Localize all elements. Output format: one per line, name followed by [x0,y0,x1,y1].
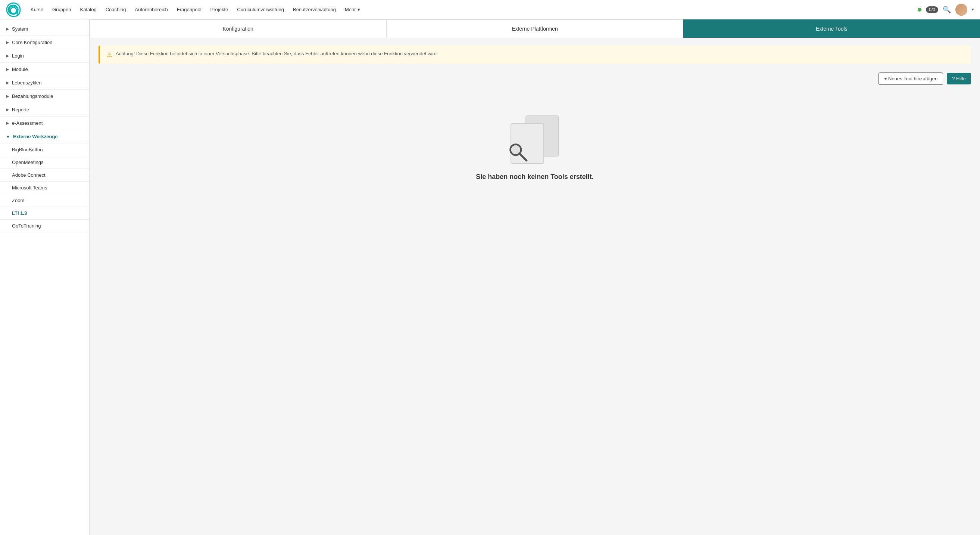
help-button[interactable]: ? Hilfe [947,73,971,85]
sidebar-item-externe-werkzeuge[interactable]: ▼ Externe Werkzeuge [0,130,89,144]
empty-state-text: Sie haben noch keinen Tools erstellt. [476,173,594,181]
sidebar-sub-item-lti-13[interactable]: LTI 1.3 [0,207,89,220]
sidebar-item-module[interactable]: ▶ Module [0,63,89,76]
arrow-icon: ▶ [6,94,9,99]
nav-mehr[interactable]: Mehr ▾ [341,5,364,14]
svg-line-2 [519,153,527,161]
tab-externe-plattformen[interactable]: Externe Plattformen [386,19,683,38]
chevron-down-icon: ▾ [358,7,360,12]
warning-icon: ⚠ [107,51,112,58]
sidebar-sub-item-openmeetings[interactable]: OpenMeetings [0,156,89,169]
user-dropdown-icon[interactable]: ▾ [972,7,974,12]
app-body: ▶ System ▶ Core Konfiguration ▶ Login ▶ … [0,19,980,535]
sidebar-sub-item-bigbluebutton[interactable]: BigBlueButton [0,144,89,156]
nav-kurse[interactable]: Kurse [27,5,47,14]
add-tool-button[interactable]: + Neues Tool hinzufügen [878,72,943,85]
main-content: Konfiguration Externe Plattformen Extern… [89,19,980,535]
tab-externe-tools[interactable]: Externe Tools [683,19,980,38]
nav-gruppen[interactable]: Gruppen [49,5,75,14]
tabs-bar: Konfiguration Externe Plattformen Extern… [89,19,980,38]
arrow-icon: ▶ [6,107,9,112]
search-icon[interactable]: 🔍 [943,6,951,14]
actions-bar: + Neues Tool hinzufügen ? Hilfe [99,72,971,85]
tab-konfiguration[interactable]: Konfiguration [89,19,386,38]
sidebar-sub-item-adobe-connect[interactable]: Adobe Connect [0,169,89,182]
sidebar-item-lebenszyklen[interactable]: ▶ Lebenszyklen [0,76,89,89]
content-area: ⚠ Achtung! Diese Funktion befindet sich … [89,38,980,203]
magnify-icon [508,142,528,163]
empty-state-icon [507,112,563,164]
nav-right: 0/0 🔍 ▾ [918,4,974,16]
arrow-icon: ▶ [6,27,9,31]
sidebar-item-core-konfiguration[interactable]: ▶ Core Konfiguration [0,36,89,50]
nav-autorenbereich[interactable]: Autorenbereich [131,5,172,14]
sidebar-sub-item-microsoft-teams[interactable]: Microsoft Teams [0,182,89,194]
sidebar: ▶ System ▶ Core Konfiguration ▶ Login ▶ … [0,19,89,535]
empty-state: Sie haben noch keinen Tools erstellt. [99,97,971,196]
sidebar-sub-item-zoom[interactable]: Zoom [0,194,89,207]
top-navigation: Kurse Gruppen Katalog Coaching Autorenbe… [0,0,980,19]
nav-curriculumverwaltung[interactable]: Curriculumverwaltung [233,5,288,14]
arrow-icon: ▶ [6,80,9,85]
arrow-icon: ▶ [6,67,9,72]
avatar[interactable] [955,4,967,16]
nav-benutzerverwaltung[interactable]: Benutzerverwaltung [289,5,340,14]
arrow-icon: ▶ [6,40,9,45]
sidebar-item-reporte[interactable]: ▶ Reporte [0,103,89,117]
arrow-icon: ▶ [6,121,9,126]
nav-projekte[interactable]: Projekte [207,5,232,14]
status-indicator [918,8,921,11]
nav-fragenpool[interactable]: Fragenpool [173,5,205,14]
nav-coaching[interactable]: Coaching [102,5,130,14]
sidebar-sub-item-gototraining[interactable]: GoToTraining [0,220,89,232]
score-badge: 0/0 [926,6,938,13]
app-logo[interactable] [6,2,21,17]
warning-text: Achtung! Diese Funktion befindet sich in… [116,51,438,56]
sidebar-item-system[interactable]: ▶ System [0,22,89,36]
sidebar-item-login[interactable]: ▶ Login [0,50,89,63]
arrow-down-icon: ▼ [6,134,10,139]
arrow-icon: ▶ [6,53,9,58]
nav-katalog[interactable]: Katalog [76,5,100,14]
warning-banner: ⚠ Achtung! Diese Funktion befindet sich … [99,46,971,64]
sidebar-item-bezahlungsmodule[interactable]: ▶ Bezahlungsmodule [0,89,89,103]
nav-links: Kurse Gruppen Katalog Coaching Autorenbe… [27,5,918,14]
sidebar-item-e-assessment[interactable]: ▶ e-Assessment [0,117,89,130]
